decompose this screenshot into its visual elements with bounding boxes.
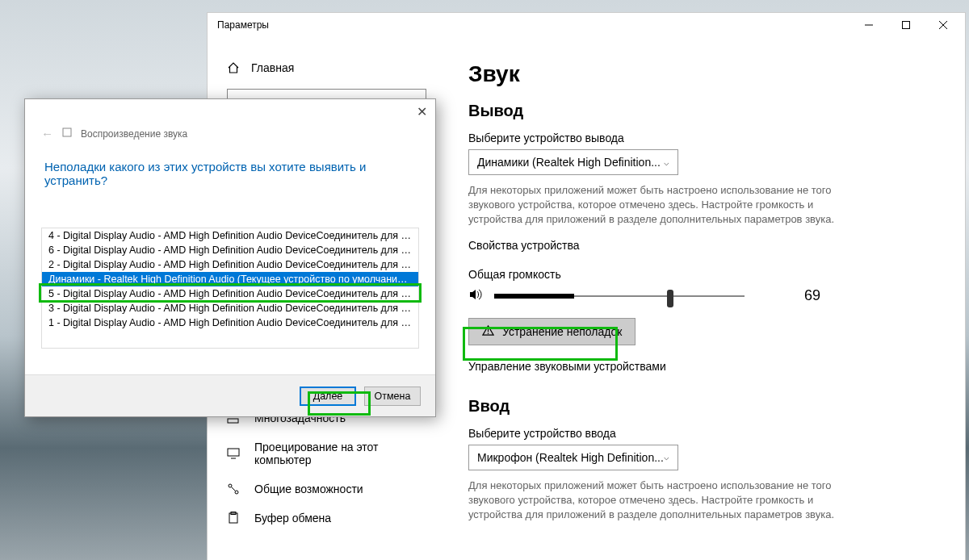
svg-rect-7 xyxy=(228,449,239,456)
slider-fill xyxy=(494,294,574,299)
list-item[interactable]: 2 - Digital Display Audio - AMD High Def… xyxy=(42,257,418,272)
home-icon xyxy=(227,61,240,74)
cancel-button[interactable]: Отмена xyxy=(364,387,421,406)
window-title: Параметры xyxy=(217,19,269,31)
svg-point-9 xyxy=(229,484,232,487)
shared-icon xyxy=(227,483,240,495)
main-content: Звук Вывод Выберите устройство вывода Ди… xyxy=(446,37,965,560)
back-arrow-icon[interactable]: ← xyxy=(41,127,53,140)
svg-point-15 xyxy=(488,332,489,334)
troubleshoot-button[interactable]: Устранение неполадок xyxy=(468,318,636,345)
output-desc: Для некоторых приложений может быть наст… xyxy=(468,183,840,228)
close-button[interactable] xyxy=(925,13,962,37)
slider-thumb[interactable] xyxy=(667,290,673,307)
dialog-header: ← Воспроизведение звука xyxy=(25,99,435,148)
minimize-button[interactable] xyxy=(850,13,887,37)
input-heading: Ввод xyxy=(468,397,933,416)
volume-slider[interactable] xyxy=(494,288,745,304)
output-device-value: Динамики (Realtek High Definition... xyxy=(477,156,661,169)
sidebar-home-label: Главная xyxy=(251,61,294,74)
sidebar-item-label: Буфер обмена xyxy=(254,512,331,524)
list-item[interactable]: 4 - Digital Display Audio - AMD High Def… xyxy=(42,228,418,243)
next-button[interactable]: Далее xyxy=(300,387,356,406)
volume-label: Общая громкость xyxy=(468,268,933,281)
sidebar-item-clipboard[interactable]: Буфер обмена xyxy=(208,504,446,533)
volume-value: 69 xyxy=(804,287,820,304)
list-item[interactable]: 1 - Digital Display Audio - AMD High Def… xyxy=(42,316,418,330)
list-item-selected[interactable]: Динамики - Realtek High Definition Audio… xyxy=(42,272,418,286)
troubleshooter-dialog: ✕ ← Воспроизведение звука Неполадки како… xyxy=(24,98,436,417)
input-device-label: Выберите устройство ввода xyxy=(468,427,933,440)
output-device-label: Выберите устройство вывода xyxy=(468,132,933,144)
list-item[interactable]: 5 - Digital Display Audio - AMD High Def… xyxy=(42,286,418,301)
input-device-value: Микрофон (Realtek High Definition... xyxy=(477,451,664,464)
troubleshoot-label: Устранение неполадок xyxy=(502,325,622,338)
list-item[interactable]: 3 - Digital Display Audio - AMD High Def… xyxy=(42,301,418,316)
sidebar-item-label: Общие возможности xyxy=(254,483,363,495)
svg-point-10 xyxy=(235,491,238,494)
clipboard-icon xyxy=(227,512,240,524)
input-desc: Для некоторых приложений может быть наст… xyxy=(468,479,840,523)
cancel-label: Отмена xyxy=(375,391,411,402)
next-label: Далее xyxy=(313,391,343,402)
projecting-icon xyxy=(227,447,240,460)
sidebar-item-shared[interactable]: Общие возможности xyxy=(208,474,446,504)
volume-row: 69 xyxy=(468,287,933,305)
dialog-question: Неполадки какого из этих устройств вы хо… xyxy=(25,148,435,207)
svg-line-11 xyxy=(232,487,236,491)
maximize-button[interactable] xyxy=(887,13,925,37)
dialog-title: Воспроизведение звука xyxy=(81,128,187,140)
window-controls xyxy=(850,13,962,37)
page-title: Звук xyxy=(468,61,933,87)
dialog-footer: Далее Отмена xyxy=(25,374,435,416)
manage-devices-link[interactable]: Управление звуковыми устройствами xyxy=(468,360,933,373)
output-device-combo[interactable]: Динамики (Realtek High Definition... ⌵ xyxy=(468,149,678,175)
dialog-close-button[interactable]: ✕ xyxy=(417,104,427,119)
sidebar-home[interactable]: Главная xyxy=(208,53,446,82)
chevron-down-icon: ⌵ xyxy=(664,157,669,168)
sidebar-item-projecting[interactable]: Проецирование на этот компьютер xyxy=(208,433,446,474)
svg-rect-1 xyxy=(903,22,910,29)
speaker-icon xyxy=(468,287,483,305)
svg-rect-16 xyxy=(63,128,71,136)
warning-icon xyxy=(482,324,494,339)
device-list[interactable]: 4 - Digital Display Audio - AMD High Def… xyxy=(41,228,419,349)
sidebar-item-label: Проецирование на этот компьютер xyxy=(254,441,426,466)
titlebar: Параметры xyxy=(208,13,965,37)
chevron-down-icon: ⌵ xyxy=(664,452,669,462)
device-properties-link[interactable]: Свойства устройства xyxy=(468,239,933,252)
svg-rect-6 xyxy=(228,419,238,423)
output-heading: Вывод xyxy=(468,102,933,120)
input-device-combo[interactable]: Микрофон (Realtek High Definition... ⌵ xyxy=(468,445,678,470)
audio-icon xyxy=(61,127,73,140)
list-item[interactable]: 6 - Digital Display Audio - AMD High Def… xyxy=(42,243,418,257)
